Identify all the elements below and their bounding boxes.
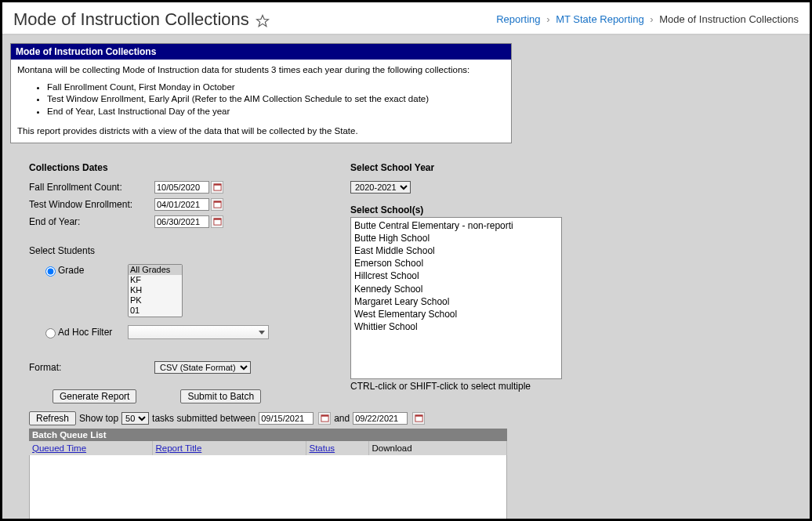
fall-enrollment-label: Fall Enrollment Count:	[29, 182, 154, 193]
panel-bullet: End of Year, Last Instructional Day of t…	[47, 106, 505, 118]
breadcrumb-current: Mode of Instruction Collections	[659, 13, 799, 25]
panel-bullet: Fall Enrollment Count, First Monday in O…	[47, 81, 505, 94]
fall-enrollment-date-input[interactable]	[154, 181, 209, 194]
col-download: Download	[368, 441, 507, 455]
breadcrumb-state-reporting[interactable]: MT State Reporting	[556, 13, 643, 25]
batch-from-date-input[interactable]	[259, 412, 314, 425]
calendar-icon[interactable]	[412, 412, 425, 425]
col-status[interactable]: Status	[306, 441, 368, 455]
grade-option[interactable]: KF	[129, 275, 182, 285]
generate-report-button[interactable]: Generate Report	[53, 389, 136, 403]
batch-queue-table: Queued Time Report Title Status Download	[29, 441, 507, 455]
grade-select[interactable]: All Grades KF KH PK 01	[128, 264, 183, 317]
and-label: and	[334, 413, 350, 424]
select-school-year-label: Select School Year	[350, 162, 578, 173]
school-option[interactable]: Whittier School	[354, 320, 558, 333]
svg-rect-10	[415, 415, 422, 417]
calendar-icon[interactable]	[211, 215, 223, 228]
grade-option[interactable]: PK	[129, 295, 182, 306]
panel-title: Mode of Instruction Collections	[11, 44, 511, 60]
school-list[interactable]: Butte Central Elementary - non-reporti B…	[350, 217, 562, 379]
school-option[interactable]: West Elementary School	[354, 308, 558, 320]
svg-rect-6	[213, 219, 220, 220]
select-students-heading: Select Students	[29, 245, 327, 256]
svg-marker-0	[256, 15, 268, 26]
grade-radio[interactable]	[45, 266, 56, 277]
test-window-label: Test Window Enrollment:	[29, 199, 154, 210]
test-window-date-input[interactable]	[154, 198, 209, 211]
batch-queue-body	[29, 455, 507, 521]
format-select[interactable]: CSV (State Format)	[154, 361, 251, 374]
school-option[interactable]: Kennedy School	[354, 283, 558, 295]
tasks-between-label: tasks submitted between	[152, 413, 256, 424]
school-option[interactable]: Butte Central Elementary - non-reporti	[354, 219, 558, 232]
adhoc-radio[interactable]	[45, 328, 56, 338]
col-report-title[interactable]: Report Title	[152, 441, 306, 455]
submit-to-batch-button[interactable]: Submit to Batch	[180, 389, 261, 403]
calendar-icon[interactable]	[318, 412, 331, 425]
school-option[interactable]: Butte High School	[354, 232, 558, 244]
batch-to-date-input[interactable]	[353, 412, 408, 425]
batch-queue-title: Batch Queue List	[29, 429, 507, 441]
adhoc-radio-label: Ad Hoc Filter	[58, 327, 112, 338]
grade-radio-label: Grade	[58, 265, 84, 276]
collections-dates-heading: Collections Dates	[29, 162, 327, 173]
chevron-right-icon: ›	[650, 13, 653, 25]
svg-rect-4	[213, 201, 220, 203]
end-of-year-date-input[interactable]	[154, 215, 209, 228]
adhoc-filter-select[interactable]	[128, 325, 269, 339]
page-title: Mode of Instruction Collections	[13, 9, 249, 30]
favorite-star-icon[interactable]	[256, 13, 270, 27]
svg-rect-2	[213, 184, 220, 186]
grade-option[interactable]: All Grades	[129, 265, 182, 275]
multi-select-hint: CTRL-click or SHIFT-click to select mult…	[350, 381, 578, 392]
refresh-button[interactable]: Refresh	[29, 411, 76, 425]
breadcrumb-reporting[interactable]: Reporting	[496, 13, 540, 25]
panel-intro: Montana will be collecting Mode of Instr…	[17, 64, 505, 77]
end-of-year-label: End of Year:	[29, 216, 154, 227]
select-schools-label: Select School(s)	[350, 204, 578, 215]
calendar-icon[interactable]	[211, 181, 223, 194]
school-option[interactable]: Hillcrest School	[354, 270, 558, 282]
school-option[interactable]: East Middle School	[354, 244, 558, 257]
calendar-icon[interactable]	[211, 198, 223, 211]
school-year-select[interactable]: 2020-2021	[350, 181, 411, 194]
format-label: Format:	[29, 362, 154, 373]
grade-option[interactable]: KH	[129, 285, 182, 295]
school-option[interactable]: Emerson School	[354, 257, 558, 270]
svg-rect-8	[321, 415, 328, 417]
panel-outro: This report provides districts with a vi…	[17, 125, 505, 138]
show-top-label: Show top	[79, 413, 118, 424]
info-panel: Mode of Instruction Collections Montana …	[10, 43, 512, 143]
panel-bullet-list: Fall Enrollment Count, First Monday in O…	[17, 81, 505, 118]
chevron-right-icon: ›	[546, 13, 549, 25]
panel-bullet: Test Window Enrollment, Early April (Ref…	[47, 93, 505, 106]
col-queued-time[interactable]: Queued Time	[29, 441, 152, 455]
header-bar: Mode of Instruction Collections Reportin…	[2, 2, 810, 35]
grade-option[interactable]: 01	[129, 306, 182, 316]
show-top-select[interactable]: 50	[121, 412, 149, 425]
school-option[interactable]: Margaret Leary School	[354, 295, 558, 308]
breadcrumb: Reporting › MT State Reporting › Mode of…	[496, 13, 799, 25]
